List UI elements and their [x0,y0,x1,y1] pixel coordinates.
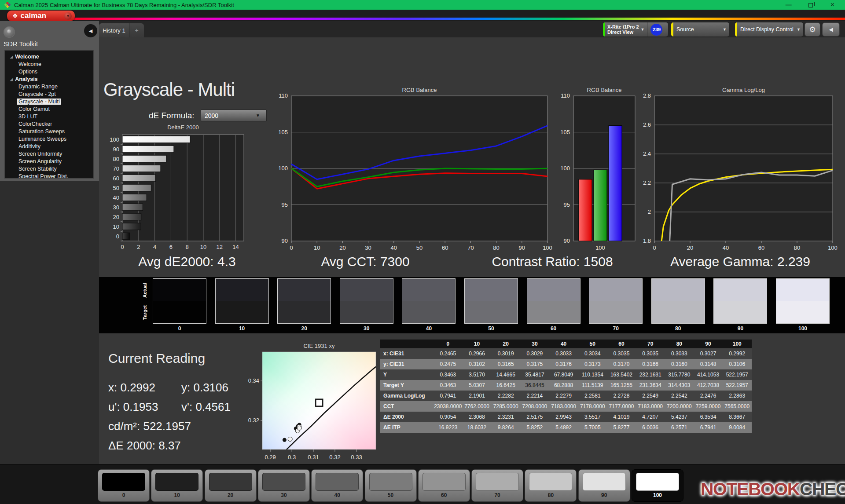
table-cell: 231.3634 [636,380,665,391]
add-tab-button[interactable]: + [129,23,144,37]
deltae-bar-0 [122,233,130,240]
table-cell: 2.2214 [520,391,549,401]
stat-average-gamma: Average Gamma: 2.239 [670,254,810,269]
pattern-button-60[interactable]: 60 [418,469,470,502]
svg-text:0: 0 [116,233,119,240]
target-row-label: Target [142,302,148,324]
meter-name: X-Rite i1Pro 2 [607,24,639,29]
measured-point [283,438,287,442]
pattern-button-80[interactable]: 80 [525,469,577,502]
table-row-label: ΔE 2000 [380,412,434,422]
sidebar-item-spectral-power-dist[interactable]: Spectral Power Dist. [5,173,93,179]
rgb-bar-blue [609,126,622,241]
swatch-level-label: 60 [527,325,580,332]
tab-history-1[interactable]: History 1 [99,23,129,37]
display-control-dropdown[interactable]: Direct Display Control ▼ [735,22,803,37]
workflow-dot-button[interactable] [4,26,15,38]
close-button[interactable]: × [830,1,834,9]
source-dropdown[interactable]: Source ▼ [671,22,729,37]
sidebar-item-saturation-sweeps[interactable]: Saturation Sweeps [5,128,93,135]
page-title: Grayscale - Multi [103,79,235,100]
sidebar-item-3d-lut[interactable]: 3D LUT [5,113,93,121]
pattern-button-10[interactable]: 10 [151,469,203,502]
table-row-cct: CCT23038.00007762.00007285.00007208.0000… [380,401,752,412]
collapse-panel-button[interactable]: ◀ [822,22,840,37]
table-cell: 6.7941 [694,422,723,433]
table-cell: 5.7005 [578,422,607,433]
target-swatch [776,301,829,324]
minimize-button[interactable]: — [786,1,791,8]
table-row-label: x: CIE31 [380,348,434,359]
table-col-header: 60 [607,340,636,348]
table-cell: 9.8264 [491,422,520,433]
sidebar-item-screen-uniformity[interactable]: Screen Uniformity [5,150,93,158]
tree-group-analysis[interactable]: ◢Analysis [5,76,93,83]
table-cell: 163.5402 [607,369,636,380]
tree-group-welcome[interactable]: ◢Welcome [5,53,93,61]
svg-text:0.32: 0.32 [329,454,340,460]
expander-icon[interactable]: ◢ [10,55,13,59]
chart-gamma-loglog: Gamma Log/Log2.82.62.42.221.802040608010… [632,86,845,255]
pattern-button-20[interactable]: 20 [205,469,257,502]
svg-text:60: 60 [758,245,764,251]
sidebar-item-color-gamut[interactable]: Color Gamut [5,106,93,113]
table-row-x-cie31: x: CIE310.24650.29660.30190.30290.30330.… [380,348,752,359]
table-cell: 7259.0000 [694,401,723,412]
table-cell: 5.0307 [463,380,492,391]
stat-avg-de2000: Avg dE2000: 4.3 [138,254,235,269]
sidebar-item-dynamic-range[interactable]: Dynamic Range [5,83,93,91]
chevron-left-icon: ◀ [829,26,833,33]
expander-icon[interactable]: ◢ [10,77,13,81]
pattern-button-50[interactable]: 50 [365,469,417,502]
pattern-button-100[interactable]: 100 [632,469,683,502]
settings-button[interactable]: ⚙ [805,22,820,37]
table-row-gamma-log-log: Gamma Log/Log0.79412.19012.22822.22142.2… [380,391,752,401]
pattern-button-0[interactable]: 0 [98,469,150,502]
svg-text:2.6: 2.6 [643,121,651,128]
sidebar-item-colorchecker[interactable]: ColorChecker [5,121,93,128]
target-swatch [340,301,393,324]
table-cell: 0.3148 [694,359,723,369]
table-cell: 7208.0000 [520,401,549,412]
reading-de2000: ΔE 2000: 8.37 [108,439,181,453]
table-cell: 0.3035 [607,348,636,359]
table-cell: 2.2279 [549,391,578,401]
sidebar-item-additivity[interactable]: Additivity [5,143,93,150]
svg-text:10: 10 [314,245,320,251]
target-swatch [402,301,455,324]
actual-swatch [465,279,518,301]
brand-dropdown-icon[interactable]: ▼ [64,12,72,20]
logo-bar: ❖ calman ▼ [0,10,845,21]
de-formula-label: dE Formula: [149,111,194,121]
pattern-button-90[interactable]: 90 [578,469,630,502]
svg-text:RGB Balance: RGB Balance [402,87,437,93]
swatch-level-label: 50 [464,325,518,332]
sidebar-item-screen-angularity[interactable]: Screen Angularity [5,158,93,165]
pattern-button-40[interactable]: 40 [311,469,363,502]
reading-u-prime: u': 0.1953 [108,400,158,414]
current-reading-title: Current Reading [108,351,205,366]
sidebar-item-grayscale-multi[interactable]: Grayscale - Multi [5,98,93,106]
sidebar-item-luminance-sweeps[interactable]: Luminance Sweeps [5,135,93,143]
table-cell: 522.1957 [723,380,752,391]
restore-button[interactable] [808,3,813,7]
svg-text:20: 20 [113,214,119,220]
sidebar-item-welcome[interactable]: Welcome [5,61,93,68]
table-col-header: 20 [491,340,520,348]
sidebar-item-screen-stability[interactable]: Screen Stability [5,165,93,173]
de-formula-select[interactable]: 2000 ▼ [201,110,267,121]
calman-menu-button[interactable]: ❖ calman ▼ [7,11,75,21]
pattern-button-70[interactable]: 70 [471,469,523,502]
sidebar-item-grayscale-2pt[interactable]: Grayscale - 2pt [5,91,93,98]
sidebar-collapse-button[interactable]: ◀ [84,24,97,37]
deltae-bar-30 [122,204,143,211]
deltae-bar-40 [122,194,147,201]
sidebar-item-options[interactable]: Options [5,68,93,76]
svg-text:1.8: 1.8 [643,237,651,244]
pattern-button-30[interactable]: 30 [258,469,310,502]
sidebar-title: SDR Toolkit [4,40,38,47]
pattern-swatch [316,473,359,491]
chevron-down-icon: ▼ [256,113,260,118]
meter-dropdown[interactable]: X-Rite i1Pro 2 Direct View ▼ 239 [603,22,668,37]
table-cell: 2.2549 [636,391,665,401]
